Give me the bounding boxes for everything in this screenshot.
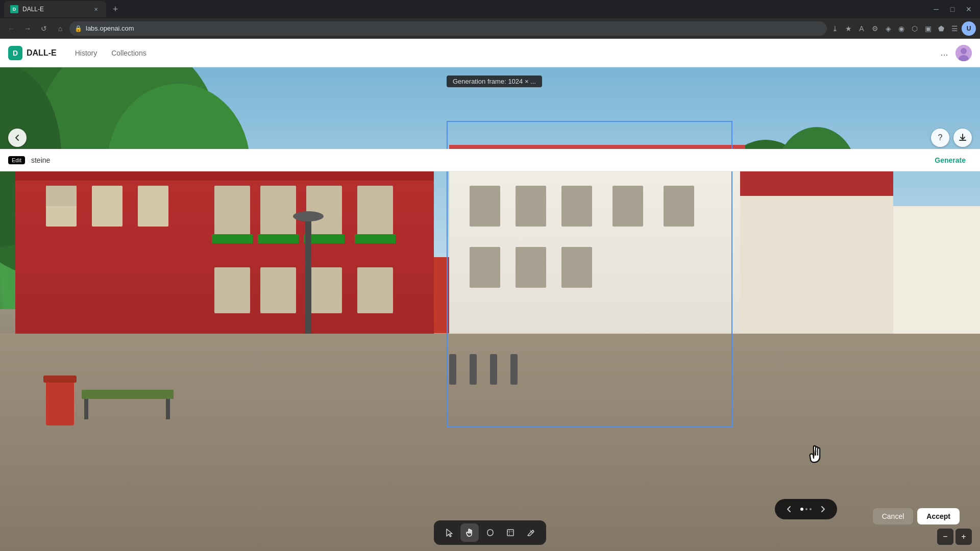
svg-rect-26: [306, 267, 342, 313]
active-tab[interactable]: D DALL-E ✕: [4, 1, 106, 17]
eraser-tool[interactable]: [522, 523, 540, 542]
forward-nav-button[interactable]: →: [20, 21, 35, 36]
svg-rect-41: [740, 170, 893, 196]
close-window-button[interactable]: ✕: [962, 2, 976, 16]
address-input[interactable]: [69, 21, 827, 36]
app-nav: D DALL-E History Collections ...: [0, 39, 980, 67]
back-button[interactable]: [8, 129, 27, 147]
svg-rect-23: [355, 234, 396, 243]
svg-rect-14: [92, 186, 122, 227]
app-logo-text: DALL-E: [27, 48, 57, 58]
ext-icon-2[interactable]: ★: [842, 22, 854, 35]
edit-toolbar: Edit Generate: [0, 149, 980, 171]
ext-icon-3[interactable]: A: [855, 22, 868, 35]
svg-rect-20: [212, 234, 253, 243]
nav-next-button[interactable]: [816, 502, 830, 516]
accept-button[interactable]: Accept: [917, 508, 960, 524]
user-avatar[interactable]: [955, 45, 972, 61]
svg-rect-50: [43, 375, 77, 383]
maximize-button[interactable]: □: [945, 2, 960, 16]
dot-2: [805, 508, 807, 510]
profile-avatar[interactable]: U: [962, 21, 976, 36]
address-input-wrap: 🔒: [69, 21, 827, 36]
ext-icon-8[interactable]: ▣: [922, 22, 934, 35]
ext-icon-5[interactable]: ◈: [882, 22, 894, 35]
svg-rect-27: [357, 267, 393, 313]
svg-rect-18: [306, 186, 342, 237]
svg-rect-54: [507, 530, 513, 536]
nav-history[interactable]: History: [69, 46, 104, 60]
generation-frame-label: Generation frame: 1024 × ...: [447, 76, 542, 87]
window-controls: ─ □ ✕: [929, 2, 976, 16]
svg-point-1: [961, 48, 967, 54]
tab-favicon: D: [10, 5, 18, 13]
dot-3: [810, 508, 812, 510]
download-button[interactable]: [953, 129, 972, 147]
svg-rect-15: [138, 186, 168, 227]
help-icon: ?: [938, 133, 943, 142]
svg-point-29: [293, 211, 324, 221]
new-tab-button[interactable]: +: [108, 2, 122, 16]
edit-prompt-input[interactable]: [31, 154, 922, 166]
extension-icons: ⤓ ★ A ⚙ ◈ ◉ ⬡ ▣ ⬟ ☰ U: [829, 21, 976, 36]
cancel-button[interactable]: Cancel: [873, 508, 914, 524]
app-nav-links: History Collections: [69, 46, 153, 60]
reload-button[interactable]: ↺: [37, 21, 51, 36]
select-tool[interactable]: [440, 523, 458, 542]
nav-dots: [800, 508, 812, 511]
svg-rect-49: [46, 380, 74, 425]
svg-rect-13: [46, 186, 77, 206]
app-logo-icon: D: [8, 46, 22, 60]
hand-tool[interactable]: [460, 523, 479, 542]
svg-rect-24: [214, 267, 250, 313]
home-button[interactable]: ⌂: [53, 21, 67, 36]
nav-controls: [775, 499, 837, 519]
zoom-out-button[interactable]: −: [937, 529, 953, 545]
nav-prev-button[interactable]: [782, 502, 796, 516]
nav-more-button[interactable]: ...: [937, 46, 951, 60]
svg-rect-21: [258, 234, 299, 243]
ext-icon-6[interactable]: ◉: [895, 22, 908, 35]
ext-icon-10[interactable]: ☰: [948, 22, 961, 35]
svg-rect-17: [260, 186, 296, 237]
ssl-lock-icon: 🔒: [75, 25, 82, 32]
ext-icon-9[interactable]: ⬟: [935, 22, 947, 35]
svg-rect-51: [82, 390, 174, 399]
nav-right: ...: [937, 45, 972, 61]
browser-chrome: D DALL-E ✕ + ─ □ ✕ ← → ↺ ⌂ 🔒 ⤓ ★ A ⚙ ◈ ◉…: [0, 0, 980, 39]
svg-rect-19: [357, 186, 393, 237]
address-bar: ← → ↺ ⌂ 🔒 ⤓ ★ A ⚙ ◈ ◉ ⬡ ▣ ⬟ ☰ U: [0, 18, 980, 39]
tab-close-button[interactable]: ✕: [92, 5, 100, 13]
dot-1: [800, 508, 803, 511]
ext-icon-7[interactable]: ⬡: [909, 22, 921, 35]
tab-title: DALL-E: [22, 6, 88, 13]
crop-tool[interactable]: [501, 523, 520, 542]
back-nav-button[interactable]: ←: [4, 21, 18, 36]
bottom-toolbar: [434, 520, 546, 545]
app-container: D DALL-E History Collections ...: [0, 39, 980, 551]
nav-collections[interactable]: Collections: [105, 46, 152, 60]
svg-rect-53: [166, 399, 170, 419]
edit-badge: Edit: [8, 156, 25, 164]
action-buttons: Cancel Accept: [873, 508, 960, 524]
ext-icon-4[interactable]: ⚙: [869, 22, 881, 35]
svg-rect-16: [214, 186, 250, 237]
help-button[interactable]: ?: [931, 129, 949, 147]
lasso-tool[interactable]: [481, 523, 499, 542]
tab-bar: D DALL-E ✕ + ─ □ ✕: [0, 0, 980, 18]
canvas-top-actions: ?: [931, 129, 972, 147]
svg-rect-25: [260, 267, 296, 313]
canvas-area: Edit Generate ? Generation frame: 1024 ×: [0, 67, 980, 551]
zoom-in-button[interactable]: +: [955, 529, 972, 545]
svg-rect-52: [84, 399, 88, 419]
generate-button[interactable]: Generate: [928, 153, 972, 167]
zoom-controls: − +: [937, 529, 972, 545]
ext-icon-1[interactable]: ⤓: [829, 22, 841, 35]
app-logo: D DALL-E: [8, 46, 57, 60]
minimize-button[interactable]: ─: [929, 2, 943, 16]
